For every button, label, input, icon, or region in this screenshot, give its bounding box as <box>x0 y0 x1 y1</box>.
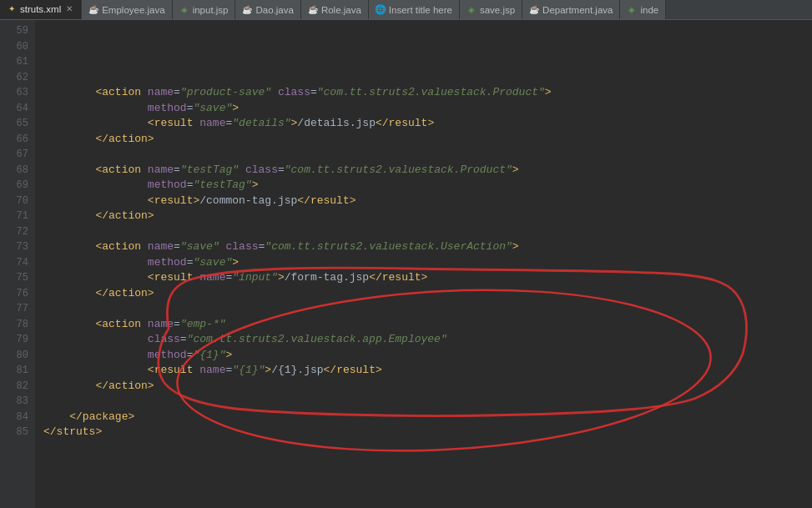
line-number-74: 74 <box>3 255 28 271</box>
tab-inde[interactable]: ◈inde <box>620 0 666 20</box>
token-bracket: < <box>95 239 102 255</box>
token-tag: action <box>108 379 148 395</box>
token-attr: name <box>199 363 225 379</box>
token-bracket: < <box>95 85 102 101</box>
line-number-75: 75 <box>3 270 28 286</box>
editor-area: 5960616263646566676869707172737475767778… <box>0 20 812 508</box>
code-line-77 <box>43 301 812 317</box>
token-tag: action <box>102 239 141 255</box>
line-number-76: 76 <box>3 286 28 302</box>
token-val: "testTag" <box>193 178 251 194</box>
java-icon: ☕ <box>242 5 252 15</box>
tab-struts-xml[interactable]: ✦struts.xml✕ <box>0 0 82 20</box>
token-bracket: > <box>148 132 154 148</box>
token-attr: method <box>148 101 187 117</box>
token-bracket: > <box>252 178 259 194</box>
token-bracket: > <box>232 101 239 117</box>
token-val: "details" <box>232 116 290 132</box>
code-line-84: </package> <box>43 410 812 425</box>
tab-label: Insert title here <box>389 5 452 15</box>
line-number-67: 67 <box>3 147 28 163</box>
line-number-79: 79 <box>3 332 28 348</box>
java-icon: ☕ <box>529 5 539 15</box>
code-line-80: method="{1}"> <box>43 348 812 364</box>
code-line-68: <action name="testTag" class="com.tt.str… <box>43 163 812 179</box>
token-plain: = <box>174 317 180 333</box>
token-bracket: > <box>193 194 199 209</box>
token-bracket: < <box>95 317 102 333</box>
token-bracket: > <box>545 85 552 101</box>
line-number-73: 73 <box>3 239 28 255</box>
token-val: "com.tt.struts2.valuestack.Product" <box>317 85 545 101</box>
token-plain <box>43 348 148 364</box>
token-bracket: > <box>265 363 271 379</box>
token-plain <box>43 116 148 132</box>
line-number-81: 81 <box>3 363 28 379</box>
token-attr: class <box>245 163 278 179</box>
token-bracket: > <box>350 194 356 209</box>
code-line-72 <box>43 224 812 240</box>
tab-close-btn[interactable]: ✕ <box>64 4 74 14</box>
token-val: "input" <box>232 270 278 286</box>
code-line-63: <action name="product-save" class="com.t… <box>43 85 812 101</box>
tab-insert-title[interactable]: 🌐Insert title here <box>369 0 460 20</box>
tab-department-java[interactable]: ☕Department.java <box>522 0 620 20</box>
token-plain: = <box>225 270 232 286</box>
token-bracket: </ <box>95 379 108 395</box>
token-plain: /{1}.jsp <box>271 363 323 379</box>
line-numbers: 5960616263646566676869707172737475767778… <box>0 20 35 508</box>
token-bracket: </ <box>95 286 108 302</box>
jsp-icon: ◈ <box>467 5 477 15</box>
code-line-74: method="save"> <box>43 255 812 271</box>
token-bracket: </ <box>369 270 382 286</box>
tab-dao-java[interactable]: ☕Dao.java <box>235 0 300 20</box>
line-number-85: 85 <box>3 425 28 440</box>
globe-icon: 🌐 <box>376 5 386 15</box>
tab-label: input.jsp <box>193 5 229 15</box>
code-line-67 <box>43 147 812 163</box>
token-plain: = <box>278 163 285 179</box>
line-number-69: 69 <box>3 178 28 194</box>
line-number-62: 62 <box>3 70 28 86</box>
token-tag: struts <box>57 425 96 440</box>
token-plain <box>43 410 69 425</box>
token-attr: name <box>148 163 174 179</box>
token-plain <box>43 101 148 117</box>
token-plain <box>43 194 148 209</box>
token-bracket: </ <box>95 132 108 148</box>
token-plain <box>43 363 148 379</box>
code-line-78: <action name="emp-*" <box>43 317 812 333</box>
tab-role-java[interactable]: ☕Role.java <box>301 0 369 20</box>
token-plain: /form-tag.jsp <box>285 270 369 286</box>
token-bracket: < <box>148 116 154 132</box>
tab-input-jsp[interactable]: ◈input.jsp <box>173 0 236 20</box>
token-attr: method <box>148 255 187 271</box>
token-plain <box>141 163 148 179</box>
code-line-59 <box>43 23 812 39</box>
token-plain <box>193 116 199 132</box>
token-attr: name <box>148 85 174 101</box>
token-tag: action <box>108 132 148 148</box>
code-line-64: method="save"> <box>43 101 812 117</box>
token-plain: = <box>187 255 194 271</box>
token-plain: = <box>174 85 180 101</box>
line-number-64: 64 <box>3 101 28 117</box>
token-plain <box>43 332 148 348</box>
tab-save-jsp[interactable]: ◈save.jsp <box>460 0 522 20</box>
token-plain <box>43 255 148 271</box>
line-number-68: 68 <box>3 163 28 179</box>
java-icon: ☕ <box>88 5 98 15</box>
token-plain <box>239 163 245 179</box>
jsp-icon: ◈ <box>627 5 637 15</box>
code-line-76: </action> <box>43 286 812 302</box>
token-bracket: < <box>148 270 154 286</box>
token-bracket: < <box>95 163 102 179</box>
code-content: <action name="product-save" class="com.t… <box>35 20 812 508</box>
token-plain <box>43 239 95 255</box>
line-number-63: 63 <box>3 85 28 101</box>
token-tag: result <box>336 363 376 379</box>
code-line-62 <box>43 70 812 86</box>
token-bracket: </ <box>95 209 108 224</box>
tab-employee-java[interactable]: ☕Employee.java <box>82 0 172 20</box>
token-tag: result <box>154 270 194 286</box>
